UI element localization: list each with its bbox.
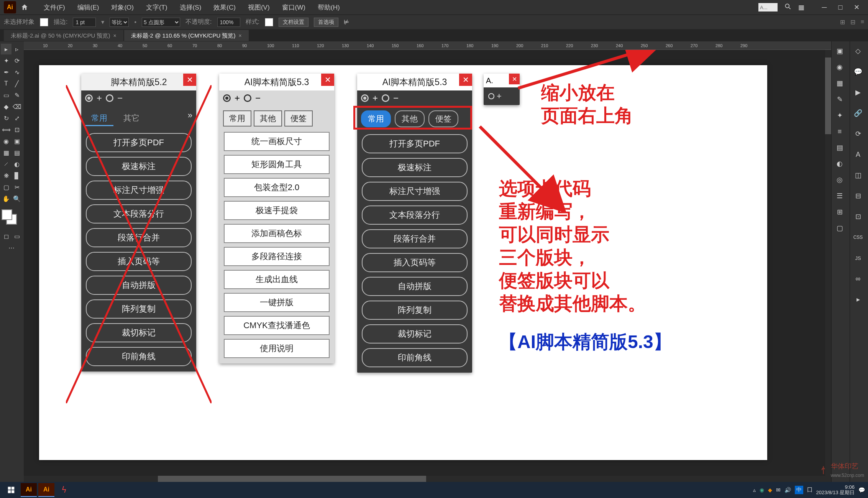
menu-select[interactable]: 选择(S): [174, 3, 208, 12]
selection-tool[interactable]: ▸: [1, 44, 11, 54]
align-icon[interactable]: ⊟: [850, 18, 855, 26]
notification-icon[interactable]: 💬: [858, 487, 865, 493]
appearance-panel-icon[interactable]: ◎: [832, 173, 847, 187]
link-icon[interactable]: ∞: [851, 271, 865, 286]
tray-volume-icon[interactable]: 🔊: [784, 487, 791, 493]
radio-on[interactable]: [488, 93, 494, 99]
menu-effect[interactable]: 效果(C): [207, 3, 242, 12]
tab-common[interactable]: 常用: [223, 110, 251, 127]
script-button[interactable]: 阵列复制: [362, 301, 468, 320]
tray-icon[interactable]: ◆: [768, 487, 772, 493]
lasso-tool[interactable]: ⟳: [11, 55, 22, 66]
script-button[interactable]: 插入页码等: [86, 252, 192, 271]
canvas-area[interactable]: 10 20 30 40 50 60 70 80 90 100 110 120 1…: [24, 41, 831, 482]
comments-icon[interactable]: 💬: [851, 64, 865, 79]
script-button[interactable]: 生成出血线: [224, 270, 330, 289]
pin-icon[interactable]: ⊭: [344, 18, 349, 26]
script-button[interactable]: 极速标注: [86, 157, 192, 176]
scrollbar-horizontal[interactable]: [24, 476, 825, 482]
tray-ime-icon[interactable]: 中: [795, 486, 803, 494]
shape-builder-tool[interactable]: ◉: [1, 136, 11, 146]
align-icon[interactable]: ⊟: [851, 189, 865, 203]
line-tool[interactable]: ╱: [11, 78, 22, 89]
tray-icon[interactable]: ◉: [760, 487, 764, 493]
pathfinder-icon[interactable]: ◫: [851, 168, 865, 182]
type-tool[interactable]: T: [1, 78, 11, 89]
search-icon[interactable]: [782, 3, 794, 12]
direct-selection-tool[interactable]: ▹: [11, 44, 22, 54]
color-panel-icon[interactable]: ◉: [832, 60, 847, 74]
menu-view[interactable]: 视图(V): [242, 3, 276, 12]
close-icon[interactable]: ✕: [459, 74, 472, 86]
js-icon[interactable]: JS: [851, 251, 865, 265]
tab-other[interactable]: 其它: [117, 110, 146, 126]
swatches-panel-icon[interactable]: ▦: [832, 76, 847, 90]
script-button[interactable]: 使用说明: [224, 339, 330, 358]
taskbar-clock[interactable]: 9:06 2023/8/13 星期日: [816, 485, 855, 496]
symbol-sprayer-tool[interactable]: ❋: [1, 170, 11, 181]
menu-file[interactable]: 文件(F): [38, 3, 71, 12]
window-minimize[interactable]: ─: [817, 2, 832, 13]
script-button[interactable]: 添加画稿色标: [224, 224, 330, 243]
actions-icon[interactable]: ▶: [851, 85, 865, 100]
draw-mode[interactable]: ◻: [1, 231, 11, 242]
artboards-panel-icon[interactable]: ▢: [832, 221, 847, 235]
slice-tool[interactable]: ✂: [11, 182, 22, 192]
script-button[interactable]: 极速标注: [362, 158, 468, 177]
radio-off[interactable]: [106, 94, 113, 102]
script-button[interactable]: 打开多页PDF: [362, 134, 468, 153]
script-button[interactable]: 自动拼版: [362, 277, 468, 296]
radio-off[interactable]: [382, 94, 389, 102]
script-button[interactable]: 裁切标记: [362, 324, 468, 344]
script-button[interactable]: 标注尺寸增强: [86, 181, 192, 200]
script-button[interactable]: 印前角线: [362, 348, 468, 367]
snap-icon[interactable]: ⊞: [840, 18, 845, 26]
opacity-input[interactable]: [217, 18, 240, 27]
tray-icon[interactable]: ▵: [753, 487, 756, 493]
style-swatch[interactable]: [265, 18, 273, 26]
chevron-right-icon[interactable]: »: [188, 110, 192, 126]
stroke-panel-icon[interactable]: ≡: [832, 124, 847, 139]
play-icon[interactable]: ▸: [851, 292, 865, 307]
radio-off[interactable]: [244, 94, 251, 102]
fill-swatch[interactable]: [40, 18, 48, 26]
color-swatches[interactable]: [1, 209, 20, 228]
symbols-panel-icon[interactable]: ✦: [832, 108, 847, 123]
edit-toolbar[interactable]: ⋯: [1, 242, 22, 253]
graph-tool[interactable]: ▊: [11, 170, 22, 181]
perspective-tool[interactable]: ▣: [11, 136, 22, 146]
shaper-tool[interactable]: ◆: [1, 101, 11, 112]
script-button[interactable]: 标注尺寸增强: [362, 182, 468, 201]
start-button[interactable]: [3, 483, 19, 497]
libraries-icon[interactable]: ◇: [851, 44, 865, 58]
script-button[interactable]: 段落行合并: [362, 229, 468, 248]
scrollbar-vertical[interactable]: [825, 50, 831, 482]
tray-icon[interactable]: ✉: [776, 487, 781, 493]
close-icon[interactable]: ×: [113, 33, 116, 39]
taskbar-app-ai-2[interactable]: Ai: [38, 483, 54, 497]
script-button[interactable]: 段落行合并: [86, 228, 192, 247]
width-tool[interactable]: ⟺: [1, 124, 11, 135]
menu-object[interactable]: 对象(O): [105, 3, 140, 12]
free-transform-tool[interactable]: ⊡: [11, 124, 22, 135]
radio-on[interactable]: [85, 94, 93, 102]
radio-on[interactable]: [361, 94, 369, 102]
curvature-tool[interactable]: ∿: [11, 67, 22, 77]
zoom-tool[interactable]: 🔍: [11, 193, 22, 204]
radio-on[interactable]: [223, 94, 231, 102]
brush-tool[interactable]: ✎: [11, 90, 22, 100]
window-maximize[interactable]: □: [833, 2, 848, 13]
char-panel-icon[interactable]: A: [851, 147, 865, 162]
window-close[interactable]: ✕: [849, 2, 864, 13]
hand-tool[interactable]: ✋: [1, 193, 11, 204]
menu-type[interactable]: 文字(T): [140, 3, 174, 12]
css-icon[interactable]: CSS: [851, 230, 865, 245]
magic-wand-tool[interactable]: ✦: [1, 55, 11, 66]
asset-panel-icon[interactable]: ⊞: [832, 205, 847, 219]
script-button[interactable]: 自动拼版: [86, 276, 192, 295]
tab-common[interactable]: 常用: [85, 110, 113, 126]
script-button[interactable]: 裁切标记: [86, 323, 192, 342]
tab-other[interactable]: 其他: [254, 110, 282, 127]
pen-tool[interactable]: ✒: [1, 67, 11, 77]
links-icon[interactable]: 🔗: [851, 106, 865, 120]
